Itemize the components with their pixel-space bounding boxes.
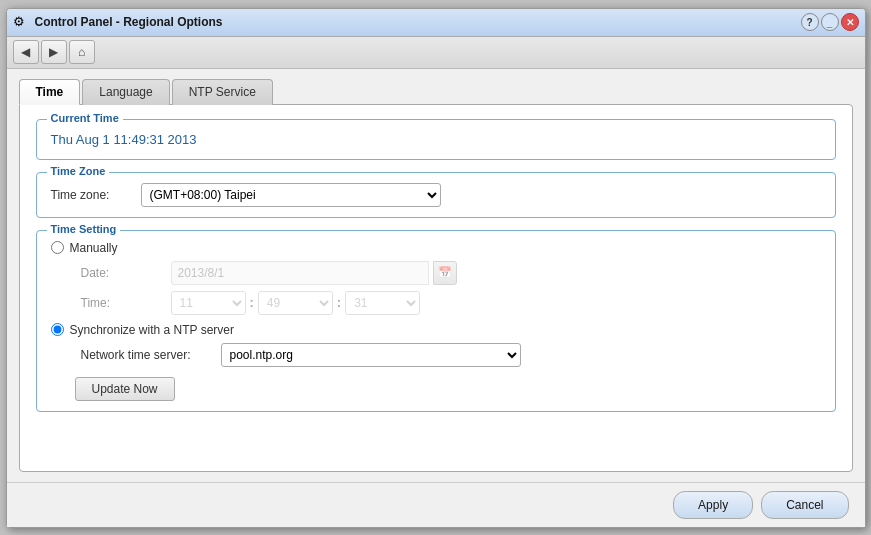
time-row: Time: 11 : 49 : 31: [71, 291, 821, 315]
tab-language[interactable]: Language: [82, 79, 169, 105]
back-button[interactable]: ◀: [13, 40, 39, 64]
bottom-bar: Apply Cancel: [7, 482, 865, 527]
manual-time-fields: Date: 📅 Time: 11 :: [71, 261, 821, 315]
close-button[interactable]: ✕: [841, 13, 859, 31]
manually-label: Manually: [70, 241, 118, 255]
window-icon: ⚙: [13, 14, 29, 30]
date-input-wrapper: 📅: [171, 261, 457, 285]
current-time-section: Current Time Thu Aug 1 11:49:31 2013: [36, 119, 836, 160]
content-area: Time Language NTP Service Current Time T…: [7, 69, 865, 482]
cancel-button[interactable]: Cancel: [761, 491, 848, 519]
manually-row: Manually: [51, 241, 821, 255]
tab-ntp[interactable]: NTP Service: [172, 79, 273, 105]
date-label: Date:: [81, 266, 161, 280]
second-select[interactable]: 31: [345, 291, 420, 315]
date-input[interactable]: [171, 261, 429, 285]
manually-radio[interactable]: [51, 241, 64, 254]
timezone-title: Time Zone: [47, 165, 110, 177]
time-label: Time:: [81, 296, 161, 310]
hour-select[interactable]: 11: [171, 291, 246, 315]
ntp-sync-label: Synchronize with a NTP server: [70, 323, 235, 337]
home-button[interactable]: ⌂: [69, 40, 95, 64]
main-window: ⚙ Control Panel - Regional Options ? _ ✕…: [6, 8, 866, 528]
window-title: Control Panel - Regional Options: [35, 15, 223, 29]
current-time-title: Current Time: [47, 112, 123, 124]
minute-select[interactable]: 49: [258, 291, 333, 315]
title-bar-right: ? _ ✕: [801, 13, 859, 31]
update-now-button[interactable]: Update Now: [75, 377, 175, 401]
title-bar: ⚙ Control Panel - Regional Options ? _ ✕: [7, 9, 865, 37]
ntp-server-select[interactable]: pool.ntp.orgtime.windows.comtime.google.…: [221, 343, 521, 367]
time-selects: 11 : 49 : 31: [171, 291, 421, 315]
colon-2: :: [337, 295, 341, 310]
ntp-server-row: Network time server: pool.ntp.orgtime.wi…: [71, 343, 821, 367]
update-now-wrapper: Update Now: [71, 373, 821, 401]
title-bar-left: ⚙ Control Panel - Regional Options: [13, 14, 223, 30]
ntp-server-label: Network time server:: [81, 348, 211, 362]
forward-button[interactable]: ▶: [41, 40, 67, 64]
tab-panel: Current Time Thu Aug 1 11:49:31 2013 Tim…: [19, 104, 853, 472]
colon-1: :: [250, 295, 254, 310]
tab-time[interactable]: Time: [19, 79, 81, 105]
toolbar: ◀ ▶ ⌂: [7, 37, 865, 69]
timezone-section: Time Zone Time zone: (GMT+08:00) Taipei(…: [36, 172, 836, 218]
tabs: Time Language NTP Service: [19, 79, 853, 105]
apply-button[interactable]: Apply: [673, 491, 753, 519]
timezone-label: Time zone:: [51, 188, 131, 202]
help-button[interactable]: ?: [801, 13, 819, 31]
timesetting-section: Time Setting Manually Date: 📅: [36, 230, 836, 412]
date-row: Date: 📅: [71, 261, 821, 285]
ntp-server-fields: Network time server: pool.ntp.orgtime.wi…: [71, 343, 821, 401]
current-time-value: Thu Aug 1 11:49:31 2013: [51, 130, 821, 149]
ntp-radio[interactable]: [51, 323, 64, 336]
timezone-select[interactable]: (GMT+08:00) Taipei(GMT+00:00) UTC(GMT-05…: [141, 183, 441, 207]
ntp-radio-row: Synchronize with a NTP server: [51, 323, 821, 337]
date-picker-button[interactable]: 📅: [433, 261, 457, 285]
minimize-button[interactable]: _: [821, 13, 839, 31]
timezone-row: Time zone: (GMT+08:00) Taipei(GMT+00:00)…: [51, 183, 821, 207]
timesetting-title: Time Setting: [47, 223, 121, 235]
